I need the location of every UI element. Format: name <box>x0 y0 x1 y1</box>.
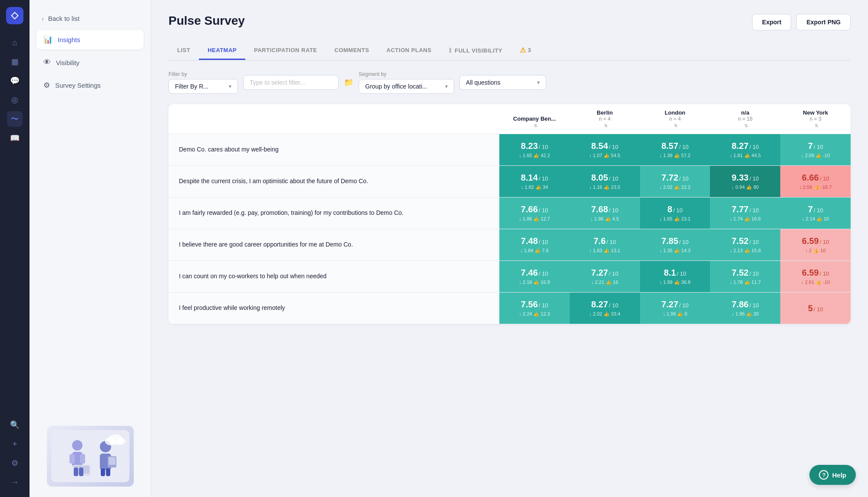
score-cell-3-3[interactable]: 7.52/ 10↓ 2.13 👍 15.8 <box>710 229 780 261</box>
nav-search-icon[interactable]: 🔍 <box>7 417 23 433</box>
score-cell-2-4[interactable]: 7/ 10↓ 2.14 👍 10 <box>780 197 851 229</box>
score-cell-4-4[interactable]: 6.59/ 10↓ 2.61 👍 -10 <box>780 261 851 293</box>
score-cell-0-4[interactable]: 7/ 10↓ 2.09 👍 -10 <box>780 134 851 166</box>
score-cell-5-4[interactable]: 5/ 10 <box>780 293 851 324</box>
score-cell-0-0[interactable]: 8.23/ 10↓ 1.65 👍 42.2 <box>499 134 570 166</box>
score-value-0-3: 8.27 <box>732 141 749 151</box>
score-cell-3-4[interactable]: 6.59/ 10↓ 2 👍 10 <box>780 229 851 261</box>
score-cell-5-1[interactable]: 8.27/ 10↓ 2.02 👍 33.4 <box>570 293 640 324</box>
score-cell-1-0[interactable]: 8.14/ 10↓ 1.82 👍 34 <box>499 166 570 197</box>
col-header-london[interactable]: London n = 4 ⇅ <box>640 104 710 134</box>
na-col-sub: n = 16 <box>714 116 776 122</box>
questions-chevron-icon: ▾ <box>537 79 540 86</box>
tab-comments[interactable]: COMMENTS <box>326 42 378 60</box>
score-cell-2-0[interactable]: 7.66/ 10↓ 1.86 👍 12.7 <box>499 197 570 229</box>
col-header-company[interactable]: Company Ben... ⇅ <box>499 104 570 134</box>
col-header-na[interactable]: n/a n = 16 ⇅ <box>710 104 780 134</box>
berlin-col-sub: n = 4 <box>574 116 636 122</box>
score-cell-1-2[interactable]: 7.72/ 10↓ 2.02 👍 22.2 <box>640 166 710 197</box>
sidebar-item-insights[interactable]: 📊 Insights <box>36 30 144 49</box>
filter-text-input[interactable]: Type to select filter... <box>243 75 339 90</box>
back-to-list-link[interactable]: ‹ Back to list <box>36 10 144 26</box>
col-header-newyork[interactable]: New York n = 3 ⇅ <box>780 104 851 134</box>
col-header-berlin[interactable]: Berlin n = 4 ⇅ <box>570 104 640 134</box>
illustration-image <box>47 426 134 487</box>
score-cell-4-0[interactable]: 7.46/ 10↓ 2.18 👍 16.9 <box>499 261 570 293</box>
segment-by-group: Segment by Group by office locati... ▾ <box>359 71 454 94</box>
nav-chat-icon[interactable]: 💬 <box>7 73 23 89</box>
score-sub-3-2: ↓ 1.35 👍 14.3 <box>660 248 691 253</box>
table-header-row: Company Ben... ⇅ Berlin n = 4 ⇅ London n… <box>168 104 851 134</box>
score-value-1-1: 8.05 <box>591 173 608 183</box>
folder-icon[interactable]: 📁 <box>344 78 353 87</box>
question-column-header <box>168 104 499 134</box>
tab-warnings[interactable]: ⚠ 3 <box>511 41 540 61</box>
back-to-list-label: Back to list <box>48 15 80 22</box>
score-value-0-2: 8.57 <box>661 141 678 151</box>
nav-logo[interactable] <box>6 7 23 24</box>
filter-by-select[interactable]: Filter By R... ▾ <box>168 79 238 94</box>
score-cell-4-3[interactable]: 7.52/ 10↓ 1.78 👍 11.7 <box>710 261 780 293</box>
tab-full-visibility[interactable]: ℹ FULL VISIBILITY <box>440 42 511 60</box>
score-cell-1-1[interactable]: 8.05/ 10↓ 1.16 👍 23.5 <box>570 166 640 197</box>
page-title: Pulse Survey <box>168 14 245 28</box>
score-cell-4-1[interactable]: 7.27/ 10↓ 2.21 👍 16 <box>570 261 640 293</box>
score-cell-4-2[interactable]: 8.1/ 10↓ 1.99 👍 36.8 <box>640 261 710 293</box>
score-cell-2-3[interactable]: 7.77/ 10↓ 1.74 👍 16.6 <box>710 197 780 229</box>
score-value-5-4: 5 <box>808 303 813 313</box>
score-denom-5-3: / 10 <box>749 302 759 309</box>
score-sub-3-1: ↓ 1.63 👍 13.1 <box>589 248 620 253</box>
nav-book-icon[interactable]: 📖 <box>7 130 23 146</box>
score-cell-5-3[interactable]: 7.86/ 10↓ 1.96 👍 20 <box>710 293 780 324</box>
nav-pulse-icon[interactable]: 〜 <box>7 111 23 127</box>
score-sub-2-4: ↓ 2.14 👍 10 <box>802 216 829 222</box>
score-cell-1-4[interactable]: 6.66/ 10↓ 2.56 👍 -16.7 <box>780 166 851 197</box>
tab-participation-rate[interactable]: PARTICIPATION RATE <box>245 42 326 60</box>
score-denom-3-0: / 10 <box>539 239 548 245</box>
export-png-button[interactable]: Export PNG <box>796 14 851 30</box>
score-denom-1-2: / 10 <box>679 175 689 182</box>
tab-heatmap[interactable]: HEATMAP <box>199 42 245 60</box>
score-cell-3-2[interactable]: 7.85/ 10↓ 1.35 👍 14.3 <box>640 229 710 261</box>
question-cell-3: I believe there are good career opportun… <box>168 229 499 261</box>
score-sub-2-3: ↓ 1.74 👍 16.6 <box>730 216 761 222</box>
insights-icon: 📊 <box>43 35 53 44</box>
nav-target-icon[interactable]: ◎ <box>7 92 23 108</box>
nav-plus-icon[interactable]: + <box>7 436 23 452</box>
table-row: Demo Co. cares about my well-being8.23/ … <box>168 134 851 166</box>
filter-by-value: Filter By R... <box>175 83 208 90</box>
score-cell-2-2[interactable]: 8/ 10↓ 1.65 👍 23.1 <box>640 197 710 229</box>
tab-list[interactable]: LIST <box>168 42 199 60</box>
sidebar-item-survey-settings[interactable]: ⚙ Survey Settings <box>36 76 144 95</box>
tab-action-plans[interactable]: ACTION PLANS <box>378 42 440 60</box>
score-cell-2-1[interactable]: 7.68/ 10↓ 1.86 👍 4.5 <box>570 197 640 229</box>
score-denom-5-2: / 10 <box>679 302 689 309</box>
score-sub-2-2: ↓ 1.65 👍 23.1 <box>660 216 691 222</box>
export-button[interactable]: Export <box>752 14 791 30</box>
nav-settings-icon[interactable]: ⚙ <box>7 455 23 471</box>
nav-home-icon[interactable]: ⌂ <box>7 35 23 50</box>
score-cell-5-2[interactable]: 7.27/ 10↓ 1.99 👍 0 <box>640 293 710 324</box>
question-cell-4: I can count on my co-workers to help out… <box>168 261 499 293</box>
score-cell-0-2[interactable]: 8.57/ 10↓ 1.39 👍 57.2 <box>640 134 710 166</box>
nav-logout-icon[interactable]: → <box>7 474 23 490</box>
score-cell-1-3[interactable]: 9.33/ 10↓ 0.94 👍 80 <box>710 166 780 197</box>
questions-select[interactable]: All questions ▾ <box>459 75 546 90</box>
score-sub-5-1: ↓ 2.02 👍 33.4 <box>589 311 620 317</box>
score-value-4-0: 7.46 <box>521 268 538 278</box>
help-button[interactable]: ? Help <box>809 465 856 485</box>
segment-by-select[interactable]: Group by office locati... ▾ <box>359 79 454 94</box>
score-cell-0-3[interactable]: 8.27/ 10↓ 1.81 👍 44.5 <box>710 134 780 166</box>
score-cell-3-1[interactable]: 7.6/ 10↓ 1.63 👍 13.1 <box>570 229 640 261</box>
visibility-icon: 👁 <box>43 58 51 67</box>
table-row: Despite the current crisis, I am optimis… <box>168 166 851 197</box>
sidebar-item-visibility-label: Visibility <box>56 59 79 66</box>
nav-calendar-icon[interactable]: ▦ <box>7 54 23 69</box>
berlin-sort-icon: ⇅ <box>604 123 607 128</box>
sidebar-item-visibility[interactable]: 👁 Visibility <box>36 53 144 72</box>
svg-point-10 <box>105 438 116 445</box>
score-cell-5-0[interactable]: 7.56/ 10↓ 2.24 👍 12.3 <box>499 293 570 324</box>
filters-row: Filter by Filter By R... ▾ Type to selec… <box>168 71 851 94</box>
score-cell-3-0[interactable]: 7.48/ 10↓ 1.84 👍 7.6 <box>499 229 570 261</box>
score-cell-0-1[interactable]: 8.54/ 10↓ 1.07 👍 54.5 <box>570 134 640 166</box>
